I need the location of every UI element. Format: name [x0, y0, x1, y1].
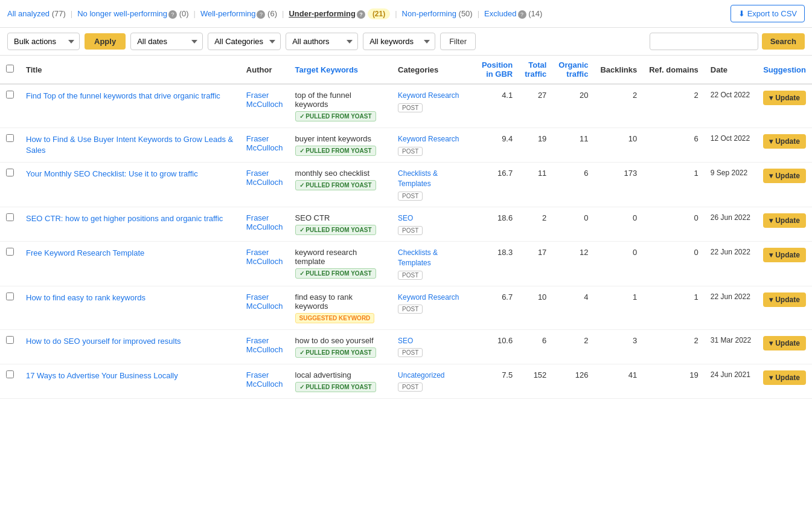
select-all-checkbox[interactable]: [6, 65, 14, 73]
update-button-7[interactable]: Update: [763, 370, 806, 385]
update-button-2[interactable]: Update: [763, 169, 806, 183]
row-keyword-cell-7: local advertising ✓ PULLED FROM YOAST: [289, 364, 392, 398]
count-all-analyzed: (77): [50, 9, 66, 18]
keywords-select[interactable]: All keywords: [363, 33, 435, 50]
row-category-cell-3: SEO POST: [392, 207, 476, 241]
row-organic-traffic-1: 11: [552, 128, 594, 163]
filter-button[interactable]: Filter: [440, 33, 476, 50]
row-author-link-1[interactable]: FraserMcCulloch: [246, 134, 283, 152]
row-author-link-0[interactable]: FraserMcCulloch: [246, 91, 283, 109]
row-checkbox-2[interactable]: [6, 169, 14, 176]
row-category-link-1[interactable]: Keyword Research: [398, 135, 459, 143]
help-icon-well-performing[interactable]: ?: [257, 10, 265, 19]
row-organic-traffic-4: 12: [552, 241, 594, 286]
row-title-link-0[interactable]: Find Top of the funnel keywords that dri…: [26, 91, 220, 100]
row-category-cell-6: SEO POST: [392, 329, 476, 364]
row-category-link-7[interactable]: Uncategorized: [398, 371, 444, 379]
row-date-2: 9 Sep 2022: [705, 163, 757, 207]
row-date-3: 26 Jun 2022: [705, 207, 757, 241]
nav-tab-well-performing[interactable]: Well-performing? (6): [200, 9, 277, 19]
row-author-link-2[interactable]: FraserMcCulloch: [246, 169, 283, 187]
row-backlinks-6: 3: [594, 329, 643, 364]
row-title-link-7[interactable]: 17 Ways to Advertise Your Business Local…: [26, 371, 178, 380]
row-checkbox-cell: [0, 128, 20, 163]
post-type-badge-5: POST: [398, 305, 423, 314]
row-author-cell-0: FraserMcCulloch: [240, 84, 289, 128]
row-total-traffic-5: 10: [519, 286, 552, 329]
row-checkbox-cell: [0, 84, 20, 128]
search-button[interactable]: Search: [762, 33, 805, 50]
row-title-cell-4: Free Keyword Research Template: [20, 241, 240, 286]
col-categories: Categories: [392, 56, 476, 84]
row-category-link-3[interactable]: SEO: [398, 214, 413, 222]
row-author-cell-1: FraserMcCulloch: [240, 128, 289, 163]
row-checkbox-4[interactable]: [6, 248, 14, 256]
row-title-cell-3: SEO CTR: how to get higher positions and…: [20, 207, 240, 241]
bulk-actions-select[interactable]: Bulk actions: [7, 33, 80, 50]
row-total-traffic-2: 11: [519, 163, 552, 207]
row-checkbox-6[interactable]: [6, 336, 14, 344]
row-keyword-cell-4: keyword research template ✓ PULLED FROM …: [289, 241, 392, 286]
table-row: SEO CTR: how to get higher positions and…: [0, 207, 812, 241]
row-suggestion-cell-6: Update: [757, 329, 812, 364]
nav-tab-under-performing[interactable]: Under-performing?(21): [289, 8, 390, 19]
export-csv-button[interactable]: ⬇ Export to CSV: [730, 5, 805, 22]
update-button-5[interactable]: Update: [763, 292, 806, 307]
row-checkbox-7[interactable]: [6, 370, 14, 378]
row-checkbox-5[interactable]: [6, 292, 14, 300]
row-title-link-5[interactable]: How to find easy to rank keywords: [26, 293, 145, 302]
authors-select[interactable]: All authors: [286, 33, 358, 50]
row-ref-domains-6: 2: [643, 329, 705, 364]
row-category-link-0[interactable]: Keyword Research: [398, 91, 459, 100]
row-organic-traffic-0: 20: [552, 84, 594, 128]
help-icon-no-longer[interactable]: ?: [168, 10, 177, 19]
export-label: Export to CSV: [747, 9, 797, 18]
help-icon-under-performing[interactable]: ?: [357, 10, 365, 19]
row-checkbox-1[interactable]: [6, 134, 14, 142]
col-position[interactable]: Positionin GBR: [476, 56, 519, 84]
row-author-link-7[interactable]: FraserMcCulloch: [246, 370, 283, 389]
col-suggestion[interactable]: Suggestion: [757, 56, 812, 84]
nav-tab-no-longer[interactable]: No longer well-performing? (0): [77, 9, 188, 19]
row-date-6: 31 Mar 2022: [705, 329, 757, 364]
row-checkbox-0[interactable]: [6, 91, 14, 98]
update-button-0[interactable]: Update: [763, 91, 806, 105]
row-title-link-2[interactable]: Your Monthly SEO Checklist: Use it to gr…: [26, 169, 198, 178]
row-title-link-4[interactable]: Free Keyword Research Template: [26, 248, 144, 257]
row-category-link-2[interactable]: Checklists & Templates: [398, 169, 438, 188]
row-title-link-1[interactable]: How to Find & Use Buyer Intent Keywords …: [26, 135, 233, 155]
nav-tab-all-analyzed[interactable]: All analyzed (77): [7, 9, 66, 18]
row-title-cell-0: Find Top of the funnel keywords that dri…: [20, 84, 240, 128]
dates-select[interactable]: All dates: [130, 33, 203, 50]
update-button-3[interactable]: Update: [763, 213, 806, 228]
row-total-traffic-3: 2: [519, 207, 552, 241]
col-author: Author: [240, 56, 289, 84]
row-author-link-3[interactable]: FraserMcCulloch: [246, 213, 283, 231]
row-ref-domains-0: 2: [643, 84, 705, 128]
nav-tab-non-performing[interactable]: Non-performing (50): [402, 9, 473, 18]
row-checkbox-3[interactable]: [6, 213, 14, 221]
update-button-4[interactable]: Update: [763, 248, 806, 262]
search-input[interactable]: [650, 33, 758, 50]
row-category-link-6[interactable]: SEO: [398, 337, 413, 345]
keyword-badge-2: ✓ PULLED FROM YOAST: [295, 180, 376, 190]
categories-select[interactable]: All Categories: [208, 33, 281, 50]
update-button-1[interactable]: Update: [763, 134, 806, 149]
row-author-link-5[interactable]: FraserMcCulloch: [246, 292, 283, 311]
nav-tab-excluded[interactable]: Excluded? (14): [484, 9, 542, 19]
col-total-traffic[interactable]: Totaltraffic: [519, 56, 552, 84]
row-category-link-5[interactable]: Keyword Research: [398, 293, 459, 302]
col-organic-traffic[interactable]: Organictraffic: [552, 56, 594, 84]
row-title-link-6[interactable]: How to do SEO yourself for improved resu…: [26, 337, 181, 346]
help-icon-excluded[interactable]: ?: [518, 10, 526, 19]
row-ref-domains-2: 1: [643, 163, 705, 207]
row-author-link-6[interactable]: FraserMcCulloch: [246, 336, 283, 354]
row-category-link-4[interactable]: Checklists & Templates: [398, 248, 438, 267]
top-navigation: All analyzed (77)|No longer well-perform…: [0, 0, 812, 28]
col-target-keywords[interactable]: Target Keywords: [289, 56, 392, 84]
row-title-link-3[interactable]: SEO CTR: how to get higher positions and…: [26, 214, 223, 223]
row-author-link-4[interactable]: FraserMcCulloch: [246, 248, 283, 266]
row-suggestion-cell-1: Update: [757, 128, 812, 163]
apply-button[interactable]: Apply: [85, 33, 126, 50]
update-button-6[interactable]: Update: [763, 336, 806, 350]
